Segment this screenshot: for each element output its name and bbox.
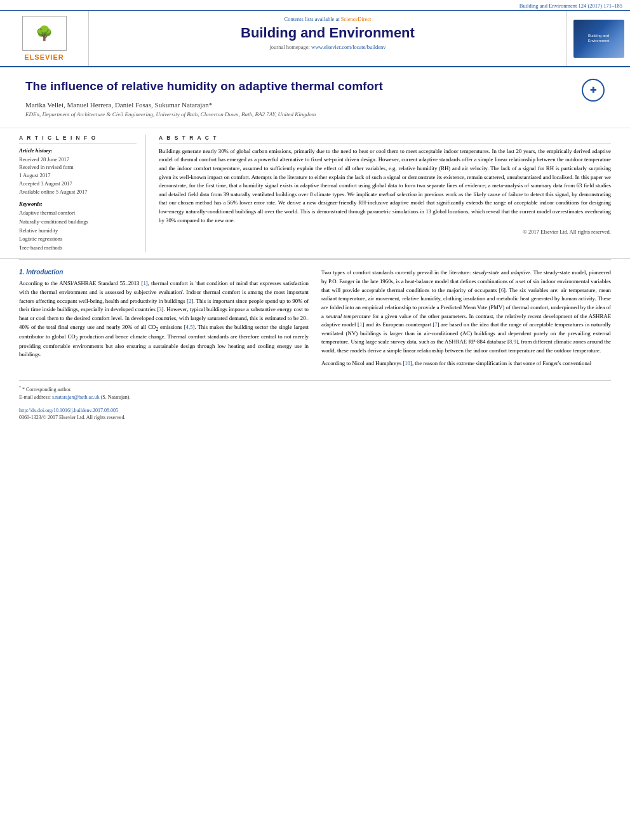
elsevier-logo-area: 🌳 ELSEVIER xyxy=(0,11,89,66)
sciencedirect-label: Contents lists available at ScienceDirec… xyxy=(99,16,556,22)
main-left-column: 1. Introduction According to the ANSI/AS… xyxy=(19,269,309,371)
bottom-bar: http://dx.doi.org/10.1016/j.buildenv.201… xyxy=(0,405,630,423)
crossmark-badge: ✚ xyxy=(582,79,605,102)
logo-small-text: Building andEnvironment xyxy=(588,34,610,44)
history-online: Available online 5 August 2017 xyxy=(19,188,137,196)
abstract-text: Buildings generate nearly 30% of global … xyxy=(159,147,611,225)
journal-homepage: journal homepage: www.elsevier.com/locat… xyxy=(99,44,556,50)
history-revised-date: 1 August 2017 xyxy=(19,171,137,180)
journal-header-center: Contents lists available at ScienceDirec… xyxy=(89,11,566,66)
article-info-column: A R T I C L E I N F O Article history: R… xyxy=(19,135,146,253)
article-title-section: ✚ The influence of relative humidity on … xyxy=(0,67,630,128)
article-affiliation: EDEn, Department of Architecture & Civil… xyxy=(25,111,605,117)
main-content: 1. Introduction According to the ANSI/AS… xyxy=(0,260,630,380)
abstract-column: A B S T R A C T Buildings generate nearl… xyxy=(159,135,611,253)
crossmark-icon: ✚ xyxy=(590,86,596,95)
journal-title: Building and Environment xyxy=(99,25,556,41)
doi-link[interactable]: http://dx.doi.org/10.1016/j.buildenv.201… xyxy=(19,408,611,413)
footnote-corresponding: * * Corresponding author. xyxy=(19,385,611,394)
journal-ref-text: Building and Environment 124 (2017) 171–… xyxy=(519,3,622,9)
intro-paragraph-2: Two types of comfort standards currently… xyxy=(321,269,611,355)
article-authors: Marika Vellei, Manuel Herrera, Daniel Fo… xyxy=(25,101,605,109)
elsevier-tree-icon: 🌳 xyxy=(36,25,53,42)
history-accepted: Accepted 3 August 2017 xyxy=(19,180,137,188)
intro-label: Introduction xyxy=(26,269,63,276)
elsevier-logo-box: 🌳 xyxy=(22,16,67,51)
elsevier-logo: 🌳 ELSEVIER xyxy=(22,16,67,61)
article-history-label: Article history: xyxy=(19,147,137,154)
keyword-4: Logistic regressions xyxy=(19,235,137,244)
journal-header: 🌳 ELSEVIER Contents lists available at S… xyxy=(0,11,630,67)
keywords-label: Keywords: xyxy=(19,201,137,207)
copyright-note: © 2017 Elsevier Ltd. All rights reserved… xyxy=(159,229,611,235)
homepage-link[interactable]: www.elsevier.com/locate/buildenv xyxy=(311,44,385,50)
journal-logo-small-box: Building andEnvironment xyxy=(573,20,624,58)
elsevier-wordmark: ELSEVIER xyxy=(22,53,67,61)
footnote-email: E-mail address: s.natarajan@bath.ac.uk (… xyxy=(19,394,611,401)
intro-paragraph-3: According to Nicol and Humphreys [10], t… xyxy=(321,359,611,368)
sciencedirect-link[interactable]: ScienceDirect xyxy=(341,16,372,22)
footnote-area: * * Corresponding author. E-mail address… xyxy=(19,380,611,405)
history-received: Received 28 June 2017 xyxy=(19,156,137,164)
article-info-abstract-section: A R T I C L E I N F O Article history: R… xyxy=(0,128,630,260)
article-info-header: A R T I C L E I N F O xyxy=(19,135,137,143)
keyword-3: Relative humidity xyxy=(19,227,137,236)
main-right-column: Two types of comfort standards currently… xyxy=(321,269,611,371)
abstract-header: A B S T R A C T xyxy=(159,135,611,143)
history-revised-label: Received in revised form xyxy=(19,163,137,171)
author-email-link[interactable]: s.natarajan@bath.ac.uk xyxy=(52,394,100,400)
issn-text: 0360-1323/© 2017 Elsevier Ltd. All right… xyxy=(19,415,611,420)
top-ref-bar: Building and Environment 124 (2017) 171–… xyxy=(0,0,630,11)
intro-number: 1. xyxy=(19,269,26,276)
article-title: The influence of relative humidity on ad… xyxy=(25,79,605,95)
intro-section-title: 1. Introduction xyxy=(19,269,309,276)
keyword-1: Adaptive thermal comfort xyxy=(19,209,137,218)
intro-paragraph-1: According to the ANSI/ASHRAE Standard 55… xyxy=(19,279,309,359)
keyword-2: Naturally-conditioned buildings xyxy=(19,218,137,227)
keyword-5: Tree-based methods xyxy=(19,244,137,253)
journal-logo-right: Building andEnvironment xyxy=(566,11,630,66)
